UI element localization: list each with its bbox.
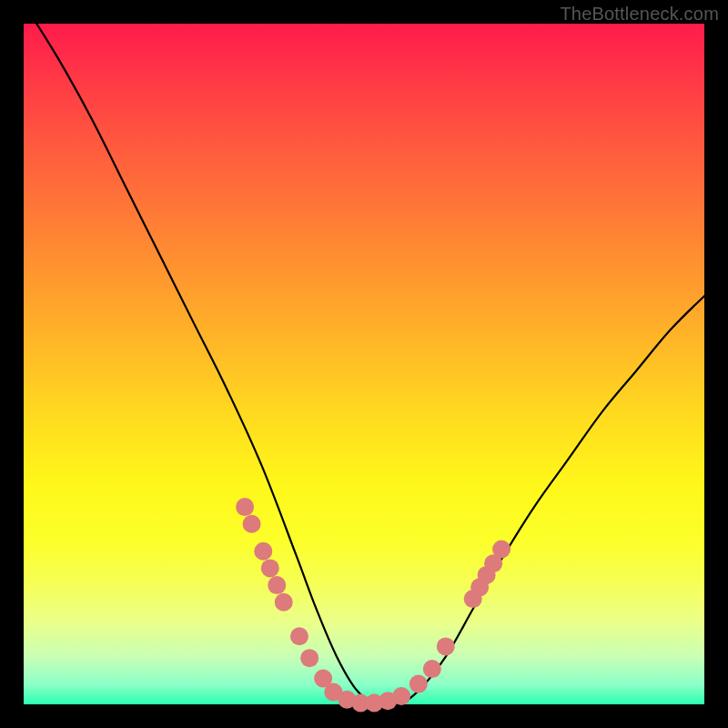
data-marker: [300, 649, 318, 667]
data-marker: [423, 660, 441, 678]
data-marker: [410, 675, 428, 693]
bottleneck-curve-line: [24, 4, 704, 706]
data-marker: [275, 593, 293, 612]
data-marker: [243, 515, 261, 533]
bottleneck-chart: [24, 24, 704, 704]
marker-group: [236, 498, 511, 712]
watermark-text: TheBottleneck.com: [560, 4, 719, 25]
data-marker: [492, 540, 511, 558]
data-marker: [268, 576, 286, 594]
data-marker: [254, 542, 272, 561]
data-marker: [290, 627, 308, 645]
data-marker: [392, 687, 410, 705]
data-marker: [236, 498, 254, 516]
data-marker: [261, 559, 279, 577]
chart-frame: [24, 24, 704, 704]
data-marker: [437, 637, 455, 655]
